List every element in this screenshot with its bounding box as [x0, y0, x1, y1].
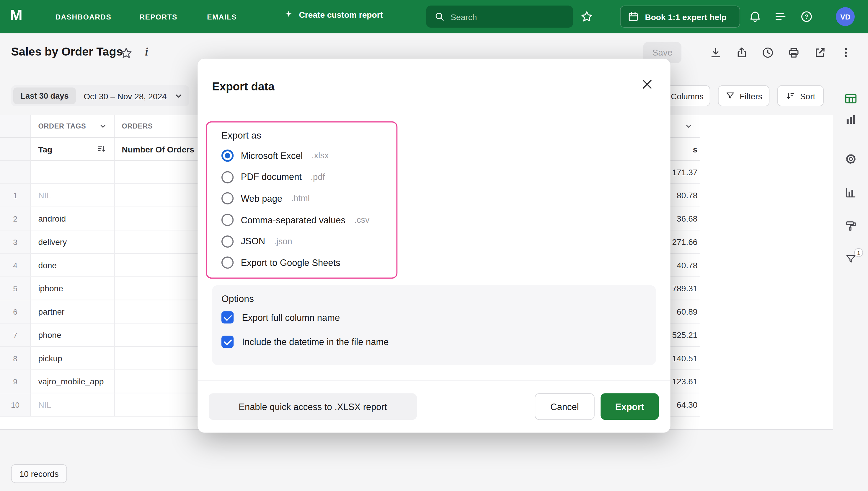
nav-reports[interactable]: REPORTS [140, 13, 178, 21]
radio-icon[interactable] [221, 235, 234, 247]
table-view-icon[interactable] [842, 90, 860, 108]
format-icon[interactable] [842, 217, 860, 235]
avatar[interactable]: VD [836, 7, 855, 26]
page-title: Sales by Order Tags [11, 45, 123, 58]
row-number [0, 161, 31, 183]
row-number: 5 [0, 277, 31, 300]
format-option-pdf[interactable]: PDF document .pdf [221, 167, 397, 188]
open-external-icon[interactable] [813, 46, 826, 59]
chevron-down-icon[interactable] [685, 122, 692, 130]
format-option-csv[interactable]: Comma-separated values .csv [221, 209, 397, 230]
row-number: 8 [0, 347, 31, 370]
top-nav: M DASHBOARDS REPORTS EMAILS Create custo… [0, 0, 868, 33]
book-expert-help-label: Book 1:1 expert help [645, 12, 726, 21]
sort-amount-icon[interactable] [97, 144, 107, 154]
chevron-down-icon[interactable] [99, 122, 107, 130]
radio-icon[interactable] [221, 171, 234, 183]
search-input[interactable]: Search [426, 6, 573, 28]
search-icon [434, 11, 445, 23]
quick-access-button[interactable]: Enable quick access to .XLSX report [209, 393, 417, 420]
share-icon[interactable] [735, 46, 748, 59]
format-option-xlsx[interactable]: Microsoft Excel .xlsx [221, 145, 397, 166]
app-logo[interactable]: M [10, 7, 23, 24]
print-icon[interactable] [787, 46, 800, 59]
notifications-bell-icon[interactable] [748, 10, 762, 23]
options-panel: Options Export full column name Include … [212, 285, 656, 365]
gutter-header [0, 138, 31, 160]
filters-button[interactable]: Filters [718, 85, 769, 106]
gutter-header [0, 115, 31, 137]
tag-cell [31, 161, 115, 183]
create-custom-report-button[interactable]: Create custom report [283, 9, 383, 20]
nav-dashboards[interactable]: DASHBOARDS [56, 13, 112, 21]
options-heading: Options [221, 294, 647, 305]
funnel-icon [725, 91, 735, 101]
favorite-report-icon[interactable] [120, 47, 133, 60]
sparkle-icon [283, 9, 294, 20]
column-header-tag[interactable]: Tag [31, 138, 115, 160]
cancel-button[interactable]: Cancel [535, 393, 595, 420]
export-data-dialog: Export data Export as Microsoft Excel .x… [197, 59, 670, 433]
tag-cell: android [31, 207, 115, 230]
option-datetime-filename[interactable]: Include the datetime in the file name [221, 336, 647, 348]
radio-icon[interactable] [221, 150, 234, 162]
format-option-json[interactable]: JSON .json [221, 231, 397, 252]
tag-cell: vajro_mobile_app [31, 370, 115, 393]
date-range-preset[interactable]: Last 30 days [13, 87, 76, 104]
svg-text:?: ? [805, 13, 809, 20]
chart-view-icon[interactable] [842, 111, 860, 128]
export-as-label: Export as [221, 130, 397, 142]
close-icon[interactable] [639, 76, 655, 92]
download-icon[interactable] [709, 46, 722, 59]
changelog-icon[interactable] [774, 10, 787, 23]
export-button[interactable]: Export [600, 393, 659, 420]
schedule-icon[interactable] [761, 46, 774, 59]
dialog-footer-divider [197, 380, 670, 380]
filter-count-badge: 1 [854, 248, 863, 257]
calendar-icon [627, 11, 639, 23]
tag-cell: done [31, 254, 115, 277]
info-icon[interactable]: i [145, 46, 148, 58]
tag-cell: NIL [31, 184, 115, 207]
radio-icon[interactable] [221, 214, 234, 226]
format-option-html[interactable]: Web page .html [221, 188, 397, 209]
row-number: 4 [0, 254, 31, 277]
create-custom-report-label: Create custom report [299, 10, 383, 20]
date-range-picker[interactable]: Last 30 days Oct 30 – Nov 28, 2024 [11, 85, 190, 106]
sort-icon [786, 91, 796, 101]
export-as-highlight-box: Export as Microsoft Excel .xlsx PDF docu… [206, 121, 398, 279]
date-range-dates: Oct 30 – Nov 28, 2024 [84, 91, 166, 100]
tag-cell: pickup [31, 347, 115, 370]
search-placeholder: Search [451, 12, 477, 21]
row-number: 1 [0, 184, 31, 207]
tag-cell: iphone [31, 277, 115, 300]
kebab-menu-icon[interactable] [839, 46, 852, 59]
row-number: 7 [0, 323, 31, 346]
sort-label: Sort [800, 91, 815, 100]
row-number: 10 [0, 393, 31, 416]
help-icon[interactable]: ? [800, 10, 813, 23]
tag-cell: phone [31, 323, 115, 346]
option-full-column-name[interactable]: Export full column name [221, 311, 647, 323]
columns-label: Columns [671, 91, 704, 100]
row-number: 6 [0, 300, 31, 323]
checkbox-icon[interactable] [221, 336, 234, 348]
settings-gear-icon[interactable] [842, 150, 860, 168]
tag-cell: NIL [31, 393, 115, 416]
row-number: 9 [0, 370, 31, 393]
nav-emails[interactable]: EMAILS [207, 13, 237, 21]
summary-chart-icon[interactable] [842, 184, 860, 202]
radio-icon[interactable] [221, 257, 234, 269]
favorite-icon[interactable] [580, 10, 593, 23]
book-expert-help-button[interactable]: Book 1:1 expert help [620, 6, 740, 28]
radio-icon[interactable] [221, 193, 234, 205]
group-header-order-tags[interactable]: ORDER TAGS [31, 115, 115, 137]
app-window: M DASHBOARDS REPORTS EMAILS Create custo… [0, 0, 868, 491]
chevron-down-icon [175, 92, 183, 100]
format-option-google-sheets[interactable]: Export to Google Sheets [221, 252, 397, 273]
records-count-badge[interactable]: 10 records [11, 464, 67, 483]
sort-button[interactable]: Sort [777, 85, 824, 106]
checkbox-icon[interactable] [221, 311, 234, 323]
tag-cell: partner [31, 300, 115, 323]
dialog-title: Export data [212, 80, 274, 93]
